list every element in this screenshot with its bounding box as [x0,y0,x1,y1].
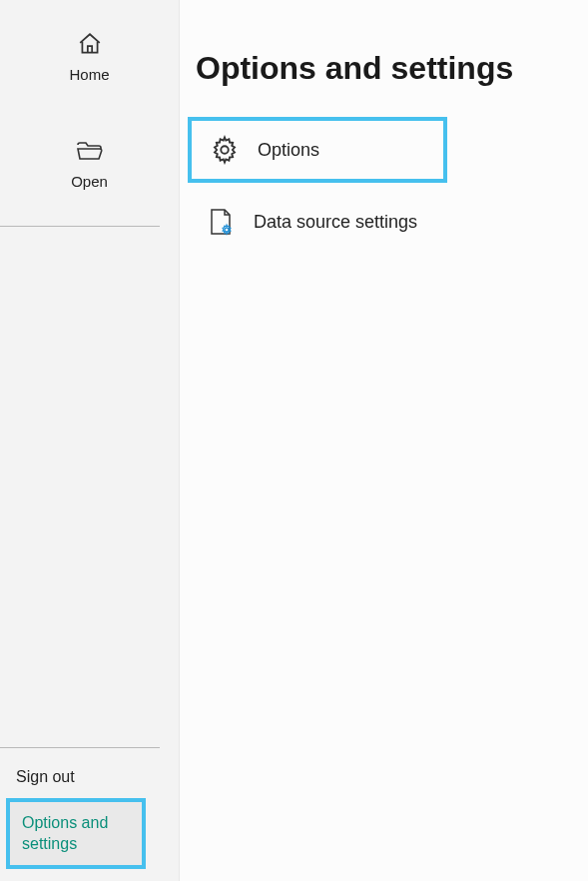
sidebar-bottom: Sign out Options and settings [0,747,179,881]
sidebar-spacer [0,227,179,747]
option-label: Options [258,140,319,161]
options-button[interactable]: Options [188,117,447,183]
data-source-settings-button[interactable]: Data source settings [188,193,447,251]
home-icon [76,30,104,58]
sidebar-item-open[interactable]: Open [0,107,179,214]
sidebar-item-label: Home [69,66,109,83]
sidebar-item-label: Open [71,173,108,190]
page-title: Options and settings [196,50,588,87]
sidebar-divider [0,747,160,748]
svg-point-1 [225,228,229,232]
option-label: Data source settings [254,212,417,233]
sign-out-link[interactable]: Sign out [0,762,179,792]
main-panel: Options and settings Options Data source… [180,0,588,881]
options-and-settings-link[interactable]: Options and settings [6,798,146,869]
data-source-icon [206,207,236,237]
folder-open-icon [76,137,104,165]
sidebar-top: Home Open [0,0,179,227]
sidebar: Home Open Sign out Options and settings [0,0,180,881]
svg-point-0 [221,146,229,154]
gear-icon [210,135,240,165]
sidebar-item-home[interactable]: Home [0,0,179,107]
